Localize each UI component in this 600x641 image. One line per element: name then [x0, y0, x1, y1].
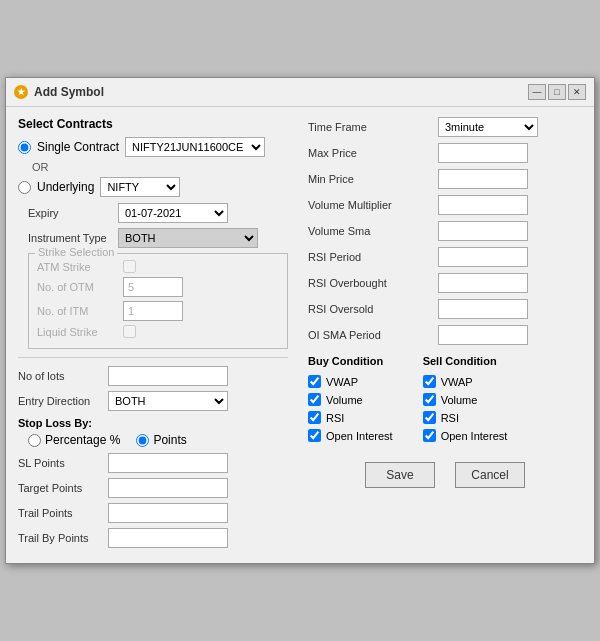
strike-section-label: Strike Selection [35, 246, 117, 258]
atm-checkbox [123, 260, 136, 273]
sell-volume-row: Volume [423, 393, 508, 406]
sl-points-field-label: SL Points [18, 457, 108, 469]
itm-row: No. of ITM [37, 301, 279, 321]
lots-label: No of lots [18, 370, 108, 382]
vol-sma-input[interactable]: 20 [438, 221, 528, 241]
right-panel: Time Frame 3minute Max Price 1000 Min Pr… [298, 117, 582, 553]
trail-points-input[interactable]: 10 [108, 503, 228, 523]
trail-by-label: Trail By Points [18, 532, 108, 544]
oi-sma-row: OI SMA Period 20 [308, 325, 582, 345]
min-price-label: Min Price [308, 173, 438, 185]
timeframe-row: Time Frame 3minute [308, 117, 582, 137]
underlying-select[interactable]: NIFTY [100, 177, 180, 197]
sell-vwap-checkbox[interactable] [423, 375, 436, 388]
rsi-oversold-input[interactable]: 40.00 [438, 299, 528, 319]
trail-points-row: Trail Points 10 [18, 503, 288, 523]
single-contract-row: Single Contract NIFTY21JUN11600CE [18, 137, 288, 157]
sell-rsi-checkbox[interactable] [423, 411, 436, 424]
or-divider: OR [32, 161, 288, 173]
atm-label: ATM Strike [37, 261, 117, 273]
vol-mult-label: Volume Multiplier [308, 199, 438, 211]
single-contract-radio[interactable] [18, 141, 31, 154]
buy-vwap-label: VWAP [326, 376, 358, 388]
sell-vwap-label: VWAP [441, 376, 473, 388]
itm-input [123, 301, 183, 321]
sell-volume-checkbox[interactable] [423, 393, 436, 406]
vol-sma-row: Volume Sma 20 [308, 221, 582, 241]
sell-condition-title: Sell Condition [423, 355, 508, 367]
minimize-button[interactable]: — [528, 84, 546, 100]
bottom-buttons: Save Cancel [308, 462, 582, 498]
left-panel: Select Contracts Single Contract NIFTY21… [18, 117, 298, 553]
strike-selection-group: Strike Selection ATM Strike No. of OTM N… [28, 253, 288, 349]
underlying-row: Underlying NIFTY [18, 177, 288, 197]
liquid-checkbox [123, 325, 136, 338]
sl-points-radio[interactable] [136, 434, 149, 447]
timeframe-select[interactable]: 3minute [438, 117, 538, 137]
target-input[interactable]: 50 [108, 478, 228, 498]
max-price-label: Max Price [308, 147, 438, 159]
rsi-overbought-input[interactable]: 60.00 [438, 273, 528, 293]
sell-oi-row: Open Interest [423, 429, 508, 442]
buy-volume-checkbox[interactable] [308, 393, 321, 406]
cancel-button[interactable]: Cancel [455, 462, 525, 488]
otm-input [123, 277, 183, 297]
entry-row: Entry Direction BOTH [18, 391, 288, 411]
symbol-select[interactable]: NIFTY21JUN11600CE [125, 137, 265, 157]
itm-label: No. of ITM [37, 305, 117, 317]
sell-oi-checkbox[interactable] [423, 429, 436, 442]
atm-row: ATM Strike [37, 260, 279, 273]
maximize-button[interactable]: □ [548, 84, 566, 100]
liquid-row: Liquid Strike [37, 325, 279, 338]
buy-vwap-row: VWAP [308, 375, 393, 388]
sl-percentage-label: Percentage % [45, 433, 120, 447]
rsi-period-label: RSI Period [308, 251, 438, 263]
sell-oi-label: Open Interest [441, 430, 508, 442]
underlying-radio[interactable] [18, 181, 31, 194]
close-button[interactable]: ✕ [568, 84, 586, 100]
instrument-select[interactable]: BOTH [118, 228, 258, 248]
sl-points-input[interactable]: 10 [108, 453, 228, 473]
sl-percentage-option: Percentage % [28, 433, 120, 447]
expiry-select[interactable]: 01-07-2021 [118, 203, 228, 223]
trail-by-input[interactable]: 10 [108, 528, 228, 548]
sell-volume-label: Volume [441, 394, 478, 406]
rsi-overbought-label: RSI Overbought [308, 277, 438, 289]
oi-sma-input[interactable]: 20 [438, 325, 528, 345]
entry-select[interactable]: BOTH [108, 391, 228, 411]
title-bar: ★ Add Symbol — □ ✕ [6, 78, 594, 107]
select-contracts-title: Select Contracts [18, 117, 288, 131]
buy-volume-row: Volume [308, 393, 393, 406]
buy-rsi-row: RSI [308, 411, 393, 424]
save-button[interactable]: Save [365, 462, 435, 488]
single-contract-label: Single Contract [37, 140, 119, 154]
lots-row: No of lots 1 [18, 366, 288, 386]
rsi-period-input[interactable]: 14 [438, 247, 528, 267]
max-price-input[interactable]: 1000 [438, 143, 528, 163]
lots-input[interactable]: 1 [108, 366, 228, 386]
rsi-oversold-row: RSI Oversold 40.00 [308, 299, 582, 319]
buy-condition-col: Buy Condition VWAP Volume RSI [308, 355, 393, 442]
otm-row: No. of OTM [37, 277, 279, 297]
min-price-input[interactable]: 0 [438, 169, 528, 189]
conditions-section: Buy Condition VWAP Volume RSI [308, 355, 582, 442]
trail-by-row: Trail By Points 10 [18, 528, 288, 548]
sl-percentage-radio[interactable] [28, 434, 41, 447]
liquid-label: Liquid Strike [37, 326, 117, 338]
target-label: Target Points [18, 482, 108, 494]
vol-mult-input[interactable]: 2 [438, 195, 528, 215]
buy-vwap-checkbox[interactable] [308, 375, 321, 388]
oi-sma-label: OI SMA Period [308, 329, 438, 341]
buy-rsi-checkbox[interactable] [308, 411, 321, 424]
trail-points-label: Trail Points [18, 507, 108, 519]
vol-mult-row: Volume Multiplier 2 [308, 195, 582, 215]
buy-oi-checkbox[interactable] [308, 429, 321, 442]
sl-points-option: Points [136, 433, 186, 447]
window-title: Add Symbol [34, 85, 522, 99]
sell-condition-col: Sell Condition VWAP Volume RSI [423, 355, 508, 442]
min-price-row: Min Price 0 [308, 169, 582, 189]
sell-rsi-row: RSI [423, 411, 508, 424]
instrument-label: Instrument Type [28, 232, 118, 244]
buy-oi-label: Open Interest [326, 430, 393, 442]
rsi-overbought-row: RSI Overbought 60.00 [308, 273, 582, 293]
